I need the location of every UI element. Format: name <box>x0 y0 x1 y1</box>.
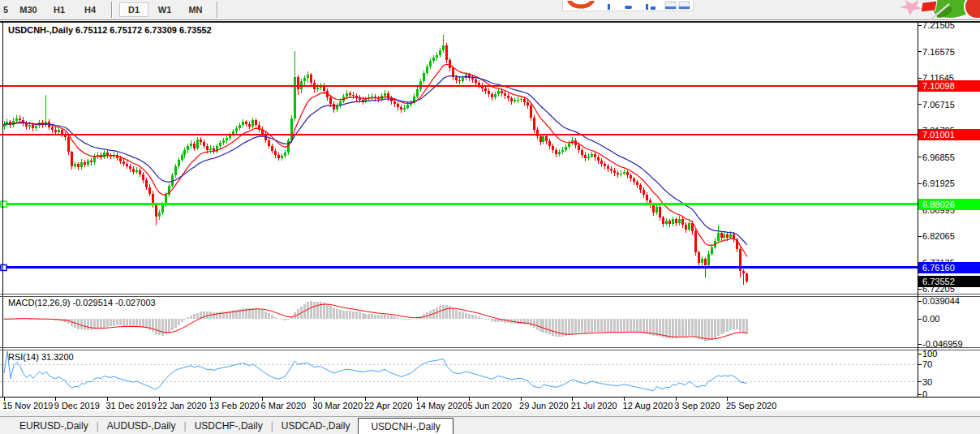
tab-usdcnh[interactable]: USDCNH-,Daily <box>358 418 453 434</box>
weibo-icon[interactable] <box>569 1 593 6</box>
rsi-label: RSI(14) 31.3200 <box>8 352 74 362</box>
date-tick-label: 22 Apr 2020 <box>364 401 412 410</box>
share-icons-strip[interactable] <box>562 0 694 11</box>
date-tick-label: 6 Mar 2020 <box>261 401 307 410</box>
wechat-icon[interactable] <box>646 4 648 10</box>
mascot-watermark <box>899 0 980 23</box>
tab-usdcad[interactable]: USDCAD-,Daily <box>273 417 359 434</box>
level-handle-6.88026[interactable] <box>1 201 6 207</box>
price-tick-label: 6.82065 <box>922 231 955 241</box>
red-circle-badge <box>965 0 980 19</box>
date-tick-label: 3 Sep 2020 <box>674 401 720 410</box>
price-tag-text: 6.76160 <box>922 263 955 273</box>
date-tick-label: 31 Dec 2019 <box>105 401 156 410</box>
candlestick-series <box>3 35 749 285</box>
date-axis[interactable]: 15 Nov 20199 Dec 201931 Dec 201922 Jan 2… <box>2 397 776 411</box>
toolbar-groove <box>111 2 113 18</box>
date-tick-label: 30 Mar 2020 <box>312 401 363 410</box>
wechat-icon-part[interactable] <box>651 6 655 10</box>
timeframe-button-h4[interactable]: H4 <box>75 2 105 17</box>
collect-icon-base <box>679 6 690 9</box>
macd-signal-line <box>4 304 747 339</box>
fast-ma-line <box>4 64 747 256</box>
moving-averages <box>4 64 747 256</box>
date-tick-label: 9 Dec 2019 <box>54 401 100 410</box>
green-bird-red-flag-mascot <box>899 0 980 23</box>
timeframe-button-h1[interactable]: H1 <box>45 2 74 17</box>
slow-ma-line <box>4 76 747 245</box>
timeframe-button-d1[interactable]: D1 <box>119 2 148 17</box>
price-tag-text: 7.01001 <box>922 130 955 140</box>
timeframe-button-5[interactable]: 5 <box>0 2 12 17</box>
timeframe-button-w1[interactable]: W1 <box>150 2 179 17</box>
date-tick-label: 12 Aug 2020 <box>623 401 673 410</box>
more-share-icon-base <box>665 6 676 9</box>
price-tag-text: 7.10098 <box>922 81 955 91</box>
date-tick-label: 15 Nov 2019 <box>2 401 53 410</box>
qq-icon[interactable] <box>608 4 610 10</box>
tab-audusd[interactable]: AUDUSD-,Daily <box>99 417 184 434</box>
date-tick-label: 25 Sep 2020 <box>726 401 776 410</box>
pane-frame <box>0 22 980 416</box>
date-tick-label: 14 May 2020 <box>416 401 468 410</box>
macd-scale-label: 0.00 <box>922 314 939 324</box>
price-tick-label: 6.91925 <box>922 178 955 188</box>
price-tick-label: 6.96855 <box>922 153 955 162</box>
tab-usdchf[interactable]: USDCHF-,Daily <box>187 417 271 434</box>
date-tick-label: 21 Jul 2020 <box>571 401 617 410</box>
date-tick-label: 13 Feb 2020 <box>209 401 260 410</box>
red-flag <box>921 1 937 12</box>
date-tick-label: 22 Jan 2020 <box>157 401 207 410</box>
rsi-line <box>4 351 747 391</box>
chart-title: USDCNH-,Daily 6.75112 6.75172 6.73309 6.… <box>8 25 212 35</box>
rsi-scale-label: 100 <box>922 349 937 359</box>
price-tag-text: 6.73552 <box>922 277 955 286</box>
rsi-scale-label: 70 <box>922 359 932 369</box>
pink-star-shape <box>900 0 923 15</box>
price-tick-label: 7.16575 <box>922 47 955 57</box>
date-tick-label: 5 Jun 2020 <box>467 401 511 410</box>
date-tick-label: 29 Jun 2020 <box>519 401 569 410</box>
timeframe-buttons: 5M30H1H4D1W1MN <box>0 0 224 19</box>
toolbar-groove <box>217 2 218 18</box>
price-tag-text: 6.88026 <box>922 200 955 209</box>
rsi-scale-label: 30 <box>922 377 932 387</box>
timeframe-button-m30[interactable]: M30 <box>14 2 43 17</box>
macd-scale-label: 0.039044 <box>922 296 960 306</box>
share-icons-graphic <box>563 1 693 11</box>
level-handle-6.76160[interactable] <box>1 264 6 270</box>
qzone-icon[interactable] <box>625 6 632 9</box>
price-axis[interactable]: 7.215057.165757.116457.067157.017856.968… <box>918 20 980 399</box>
macd-scale-label: -0.046959 <box>922 339 963 349</box>
price-tick-label: 7.21505 <box>922 20 955 30</box>
chart-canvas[interactable]: 7.215057.165757.116457.067157.017856.968… <box>0 20 980 416</box>
symbol-tab-bar: EURUSD-,Daily|AUDUSD-,Daily|USDCHF-,Dail… <box>0 416 980 434</box>
price-tick-label: 7.06715 <box>922 100 955 110</box>
timeframe-button-mn[interactable]: MN <box>181 2 210 17</box>
mt4-chart-window: 5M30H1H4D1W1MN <box>0 0 980 434</box>
timeframe-toolbar: 5M30H1H4D1W1MN <box>0 0 980 20</box>
tab-eurusd[interactable]: EURUSD-,Daily <box>11 417 97 434</box>
rsi-scale-label: 0 <box>922 389 927 399</box>
macd-label: MACD(12,26,9) -0.029514 -0.027003 <box>8 298 156 307</box>
